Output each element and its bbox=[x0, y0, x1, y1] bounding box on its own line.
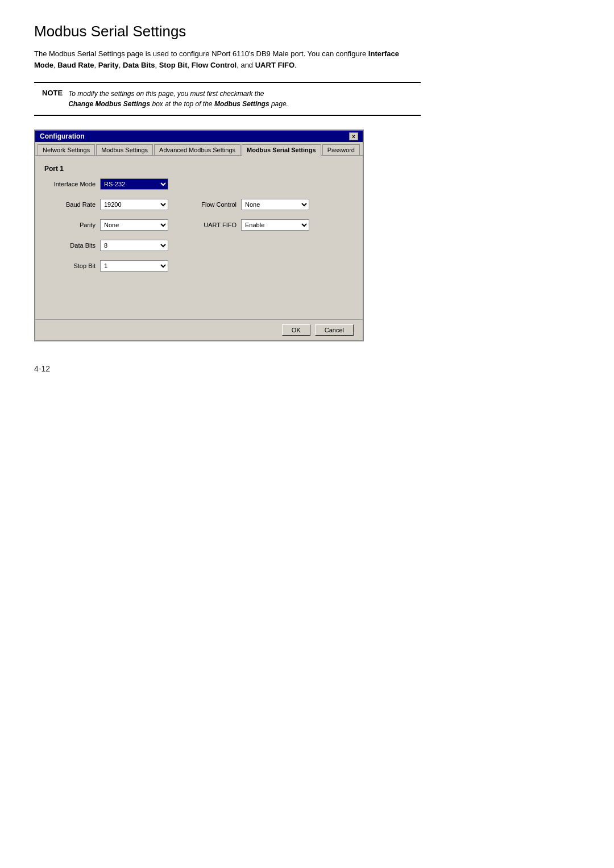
stop-bit-select[interactable]: 1 2 bbox=[100, 260, 168, 272]
note-mid: box at the top of the bbox=[152, 100, 214, 108]
flow-control-row: Flow Control None RTS/CTS XON/XOFF bbox=[185, 199, 309, 210]
flow-control-label: Flow Control bbox=[185, 201, 237, 208]
spacer bbox=[44, 276, 354, 310]
tab-advanced-modbus-settings[interactable]: Advanced Modbus Settings bbox=[154, 144, 240, 155]
page-description: The Modbus Serial Settings page is used … bbox=[34, 48, 421, 70]
ok-button[interactable]: OK bbox=[282, 324, 310, 336]
parity-label: Parity bbox=[44, 222, 96, 228]
cancel-button[interactable]: Cancel bbox=[315, 324, 354, 336]
data-bits-label: Data Bits bbox=[44, 242, 96, 249]
interface-mode-select[interactable]: RS-232 RS-422 RS-485 bbox=[100, 178, 168, 190]
note-label: NOTE bbox=[42, 89, 63, 97]
uart-fifo-label: UART FIFO bbox=[185, 222, 237, 228]
note-end: page. bbox=[271, 100, 288, 108]
left-column: Baud Rate 1200 2400 4800 9600 19200 3840… bbox=[44, 199, 168, 276]
uart-fifo-select[interactable]: Enable Disable bbox=[241, 219, 309, 231]
uart-fifo-row: UART FIFO Enable Disable bbox=[185, 219, 309, 231]
note-bold1: Change Modbus Settings bbox=[68, 100, 150, 108]
note-bold2: Modbus Settings bbox=[214, 100, 269, 108]
tab-modbus-settings[interactable]: Modbus Settings bbox=[96, 144, 153, 155]
note-text: To modify the settings on this page, you… bbox=[68, 89, 288, 109]
dialog-footer: OK Cancel bbox=[35, 319, 363, 340]
page-title: Modbus Serial Settings bbox=[34, 23, 580, 40]
dialog-close-button[interactable]: × bbox=[349, 132, 358, 140]
stop-bit-row: Stop Bit 1 2 bbox=[44, 260, 168, 272]
interface-mode-label: Interface Mode bbox=[44, 181, 96, 187]
interface-mode-row: Interface Mode RS-232 RS-422 RS-485 bbox=[44, 178, 354, 190]
two-col-form: Baud Rate 1200 2400 4800 9600 19200 3840… bbox=[44, 199, 354, 276]
tab-password[interactable]: Password bbox=[322, 144, 360, 155]
dialog-content: Port 1 Interface Mode RS-232 RS-422 RS-4… bbox=[35, 156, 363, 319]
page-number: 4-12 bbox=[34, 364, 580, 373]
dialog-title: Configuration bbox=[40, 132, 85, 140]
tab-network-settings[interactable]: Network Settings bbox=[38, 144, 95, 155]
tabs-bar: Network Settings Modbus Settings Advance… bbox=[35, 142, 363, 156]
note-line1: To modify the settings on this page, you… bbox=[68, 90, 264, 98]
port-label: Port 1 bbox=[44, 165, 354, 173]
note-box: NOTE To modify the settings on this page… bbox=[34, 82, 421, 116]
data-bits-select[interactable]: 7 8 bbox=[100, 240, 168, 251]
right-column: Flow Control None RTS/CTS XON/XOFF UART … bbox=[185, 199, 309, 276]
configuration-dialog: Configuration × Network Settings Modbus … bbox=[34, 130, 364, 341]
baud-rate-row: Baud Rate 1200 2400 4800 9600 19200 3840… bbox=[44, 199, 168, 210]
parity-row: Parity None Odd Even Mark Space bbox=[44, 219, 168, 231]
stop-bit-label: Stop Bit bbox=[44, 262, 96, 269]
baud-rate-select[interactable]: 1200 2400 4800 9600 19200 38400 57600 11… bbox=[100, 199, 168, 210]
baud-rate-label: Baud Rate bbox=[44, 201, 96, 208]
dialog-titlebar: Configuration × bbox=[35, 131, 363, 142]
flow-control-select[interactable]: None RTS/CTS XON/XOFF bbox=[241, 199, 309, 210]
data-bits-row: Data Bits 7 8 bbox=[44, 240, 168, 251]
parity-select[interactable]: None Odd Even Mark Space bbox=[100, 219, 168, 231]
tab-modbus-serial-settings[interactable]: Modbus Serial Settings bbox=[242, 144, 321, 156]
